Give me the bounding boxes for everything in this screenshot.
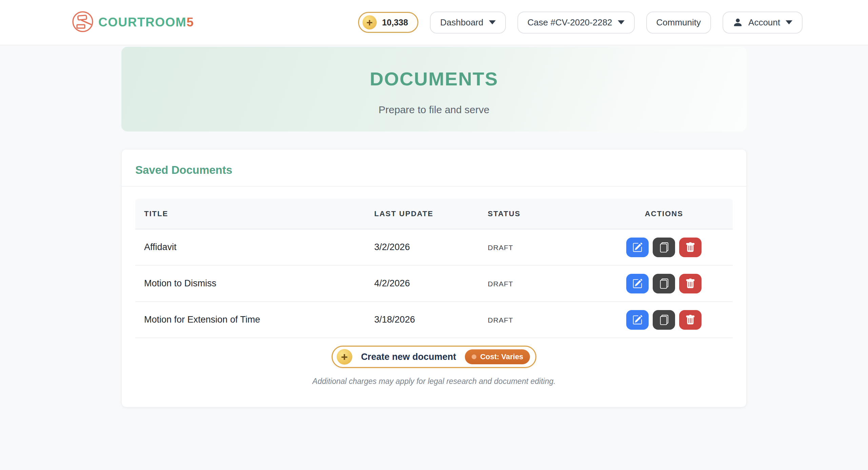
cost-badge: Cost: Varies (465, 349, 530, 364)
table-row: Affidavit 3/2/2026 DRAFT (135, 229, 733, 266)
status-badge: DRAFT (488, 316, 513, 324)
delete-document-button[interactable] (679, 274, 702, 293)
saved-documents-heading: Saved Documents (135, 164, 733, 177)
copy-icon (659, 242, 669, 252)
create-new-document-button[interactable]: + Create new document Cost: Varies (332, 346, 537, 368)
page-subtitle: Prepare to file and serve (121, 104, 747, 116)
cost-dot-icon (472, 354, 476, 359)
copy-document-button[interactable] (653, 310, 675, 330)
edit-document-button[interactable] (626, 238, 649, 257)
account-label: Account (748, 17, 780, 28)
copy-icon (659, 315, 669, 325)
create-document-label: Create new document (361, 352, 456, 362)
trash-icon (685, 242, 695, 252)
document-title: Motion for Extension of Time (135, 314, 374, 325)
edit-icon (632, 315, 643, 325)
case-selector-button[interactable]: Case #CV-2020-2282 (517, 12, 635, 34)
document-title: Affidavit (135, 242, 374, 252)
row-actions (595, 238, 733, 257)
chevron-down-icon (786, 20, 792, 24)
document-last-update: 3/2/2026 (374, 242, 488, 252)
cost-badge-label: Cost: Varies (480, 352, 523, 361)
account-menu-button[interactable]: Account (723, 12, 803, 34)
brand-wordmark: COURTROOM5 (98, 15, 194, 29)
trash-icon (685, 279, 695, 289)
community-label: Community (656, 17, 701, 28)
row-actions (595, 274, 733, 293)
create-document-section: + Create new document Cost: Varies (135, 346, 733, 368)
table-row: Motion to Dismiss 4/2/2026 DRAFT (135, 266, 733, 302)
header-nav: + 10,338 Dashboard Case #CV-2020-2282 Co… (358, 12, 803, 34)
coin-icon: + (337, 349, 352, 365)
column-header-status: STATUS (488, 209, 595, 218)
dashboard-label: Dashboard (440, 17, 483, 28)
dashboard-menu-button[interactable]: Dashboard (430, 12, 506, 34)
column-header-last-update: LAST UPDATE (374, 209, 488, 218)
status-badge: DRAFT (488, 244, 513, 251)
column-header-title: TITLE (135, 209, 374, 218)
credits-balance-pill[interactable]: + 10,338 (358, 12, 418, 33)
case-label: Case #CV-2020-2282 (528, 17, 612, 28)
document-last-update: 3/18/2026 (374, 314, 488, 325)
copy-icon (659, 279, 669, 289)
copy-document-button[interactable] (653, 274, 675, 293)
document-title: Motion to Dismiss (135, 278, 374, 289)
column-header-actions: ACTIONS (595, 209, 733, 218)
delete-document-button[interactable] (679, 310, 702, 330)
trash-icon (685, 315, 695, 325)
saved-documents-card: Saved Documents TITLE LAST UPDATE STATUS… (121, 149, 747, 407)
top-navbar: COURTROOM5 + 10,338 Dashboard Case #CV-2… (0, 0, 868, 45)
person-icon (733, 17, 743, 27)
document-last-update: 4/2/2026 (374, 278, 488, 289)
edit-icon (632, 242, 643, 252)
edit-document-button[interactable] (626, 310, 649, 330)
community-button[interactable]: Community (646, 12, 711, 34)
card-body: TITLE LAST UPDATE STATUS ACTIONS Affidav… (122, 187, 746, 407)
page-title: DOCUMENTS (121, 68, 747, 90)
coin-icon: + (362, 15, 377, 29)
chevron-down-icon (618, 20, 625, 24)
gavel-logo-icon (71, 10, 94, 35)
row-actions (595, 310, 733, 330)
table-header-row: TITLE LAST UPDATE STATUS ACTIONS (135, 199, 733, 229)
edit-icon (632, 279, 643, 289)
status-badge: DRAFT (488, 280, 513, 288)
table-row: Motion for Extension of Time 3/18/2026 D… (135, 302, 733, 338)
copy-document-button[interactable] (653, 238, 675, 257)
edit-document-button[interactable] (626, 274, 649, 293)
card-header: Saved Documents (122, 149, 746, 187)
credits-amount: 10,338 (382, 18, 408, 27)
delete-document-button[interactable] (679, 238, 702, 257)
additional-charges-note: Additional charges may apply for legal r… (135, 377, 733, 386)
brand-accent-digit: 5 (186, 15, 194, 29)
documents-hero-banner: DOCUMENTS Prepare to file and serve (121, 47, 747, 131)
brand-logo[interactable]: COURTROOM5 (71, 10, 194, 35)
chevron-down-icon (489, 20, 496, 24)
